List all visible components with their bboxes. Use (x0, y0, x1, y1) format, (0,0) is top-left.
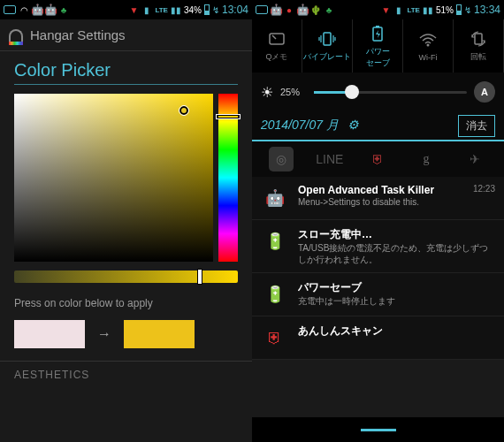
value-slider[interactable] (14, 271, 238, 283)
saturation-value-panel[interactable] (14, 94, 213, 262)
status-bar: ◠ 🤖 🤖 ♣ ▼ ▮ LTE ▮▮ 34% ↯ 13:04 (0, 0, 252, 19)
charging-icon: ↯ (212, 5, 219, 15)
sv-cursor[interactable] (179, 106, 188, 115)
swatch-row: → (0, 315, 252, 361)
cactus-icon: 🌵 (310, 4, 321, 15)
new-color-swatch[interactable] (124, 320, 195, 348)
phone-left: ◠ 🤖 🤖 ♣ ▼ ▮ LTE ▮▮ 34% ↯ 13:04 Hangar Se… (0, 0, 252, 442)
android-icon: 🤖 (261, 184, 289, 212)
notification-item[interactable]: 🔋 パワーセーブ 充電中は一時停止します (252, 273, 504, 316)
app-shortcuts: ◎ LINE ⛨ g ✈ (252, 141, 504, 177)
brightness-icon: ☀ (261, 84, 273, 101)
notif-title: Open Advanced Task Killer (298, 184, 464, 196)
sim-icon (256, 5, 268, 14)
notif-title: パワーセーブ (298, 280, 495, 295)
notif-sub: TA/USB接続の電流不足のため、充電は少しずつしか行われません。 (298, 242, 495, 265)
shield-icon: ▼ (128, 4, 139, 15)
powersave-icon: 🔋 (261, 280, 289, 309)
line-icon[interactable]: LINE (317, 147, 342, 171)
arc-icon: ◠ (19, 4, 29, 15)
notif-sub: 充電中は一時停止します (298, 295, 495, 307)
aesthetics-header: AESTHETICS (0, 361, 252, 388)
brightness-thumb[interactable] (345, 85, 359, 99)
rotate-icon (469, 29, 488, 49)
qs-label: Wi-Fi (419, 53, 438, 62)
shield-icon: ⛨ (261, 324, 289, 352)
clear-button[interactable]: 消去 (458, 115, 495, 137)
nav-hint[interactable] (361, 429, 396, 431)
signal-bars-icon: ▮▮ (423, 4, 433, 15)
notification-item[interactable]: 🔋 スロー充電中… TA/USB接続の電流不足のため、充電は少しずつしか行われま… (252, 220, 504, 273)
battery-pct: 34% (184, 5, 202, 15)
battery-icon: 🔋 (261, 227, 289, 255)
google-icon[interactable]: g (414, 147, 439, 171)
app-title: Hangar Settings (30, 27, 126, 42)
qs-label: 回転 (470, 51, 486, 63)
notification-item[interactable]: ⛨ あんしんスキャン (252, 316, 504, 360)
qs-label: パワーセーブ (366, 46, 390, 69)
lte-label: LTE (155, 6, 168, 14)
hue-bar[interactable] (218, 94, 238, 262)
section-title: Color Picker (0, 51, 252, 84)
android-icon: 🤖 (45, 4, 56, 15)
qs-rotate[interactable]: 回転 (454, 19, 504, 72)
signal-icon: ▮ (141, 4, 152, 15)
android-icon: 🤖 (32, 4, 42, 15)
phone-right: 🤖 ● 🤖 🌵 ♣ ▼ ▮ LTE ▮▮ 51% ↯ 13:34 Qメモ バイブ… (252, 0, 504, 442)
nav-bar (252, 417, 504, 442)
alert-icon: ● (284, 4, 294, 15)
qs-qmemo[interactable]: Qメモ (252, 19, 302, 72)
tree-icon: ♣ (324, 4, 334, 15)
slider-thumb[interactable] (197, 269, 202, 285)
lte-label: LTE (407, 6, 420, 14)
svg-rect-5 (475, 34, 482, 44)
qs-vibrate[interactable]: バイブレート (302, 19, 353, 72)
messenger-icon[interactable]: ✈ (462, 147, 487, 171)
signal-bars-icon: ▮▮ (171, 4, 181, 15)
wifi-icon (418, 31, 438, 50)
divider (14, 84, 238, 85)
hangar-logo-icon (9, 29, 23, 42)
svg-point-4 (427, 43, 430, 46)
qs-label: Qメモ (265, 51, 287, 63)
qs-wifi[interactable]: Wi-Fi (403, 19, 454, 72)
app-header: Hangar Settings (0, 19, 252, 51)
brightness-row: ☀ 25% A (252, 72, 504, 111)
quick-settings: Qメモ バイブレート パワーセーブ Wi-Fi 回転 (252, 19, 504, 72)
notif-title: スロー充電中… (298, 227, 495, 242)
sim-icon (4, 5, 16, 14)
hue-cursor[interactable] (217, 115, 240, 118)
notif-time: 12:23 (473, 184, 495, 212)
brightness-slider[interactable] (314, 91, 467, 94)
charging-icon: ↯ (464, 5, 471, 15)
qs-powersave[interactable]: パワーセーブ (353, 19, 403, 72)
auto-brightness-button[interactable]: A (474, 81, 495, 103)
signal-icon: ▮ (393, 4, 404, 15)
tree-icon: ♣ (58, 4, 69, 15)
status-bar: 🤖 ● 🤖 🌵 ♣ ▼ ▮ LTE ▮▮ 51% ↯ 13:34 (252, 0, 504, 19)
battery-icon (204, 4, 210, 15)
mcafee-icon[interactable]: ⛨ (365, 147, 390, 171)
gallery-icon[interactable]: ◎ (269, 147, 294, 171)
svg-rect-3 (376, 26, 379, 27)
powersave-icon (368, 24, 387, 43)
apply-hint: Press on color below to apply (0, 292, 252, 315)
notif-sub: Menu->Settings to disable this. (298, 196, 464, 208)
android-icon: 🤖 (271, 4, 281, 15)
notif-title: あんしんスキャン (298, 324, 495, 339)
battery-icon (456, 4, 462, 15)
battery-pct: 51% (436, 5, 454, 15)
date-row: 2014/07/07 月 ⚙ 消去 (252, 111, 504, 141)
vibrate-icon (317, 29, 337, 49)
gear-icon[interactable]: ⚙ (347, 118, 359, 132)
date-text[interactable]: 2014/07/07 月 ⚙ (261, 118, 359, 133)
notification-item[interactable]: 🤖 Open Advanced Task Killer Menu->Settin… (252, 177, 504, 220)
color-picker (14, 94, 238, 262)
clock: 13:34 (474, 4, 500, 16)
qs-label: バイブレート (303, 51, 351, 63)
brightness-pct: 25% (280, 87, 307, 97)
qmemo-icon (267, 29, 286, 49)
old-color-swatch[interactable] (14, 320, 85, 348)
android-icon: 🤖 (297, 4, 308, 15)
svg-rect-0 (270, 34, 284, 44)
